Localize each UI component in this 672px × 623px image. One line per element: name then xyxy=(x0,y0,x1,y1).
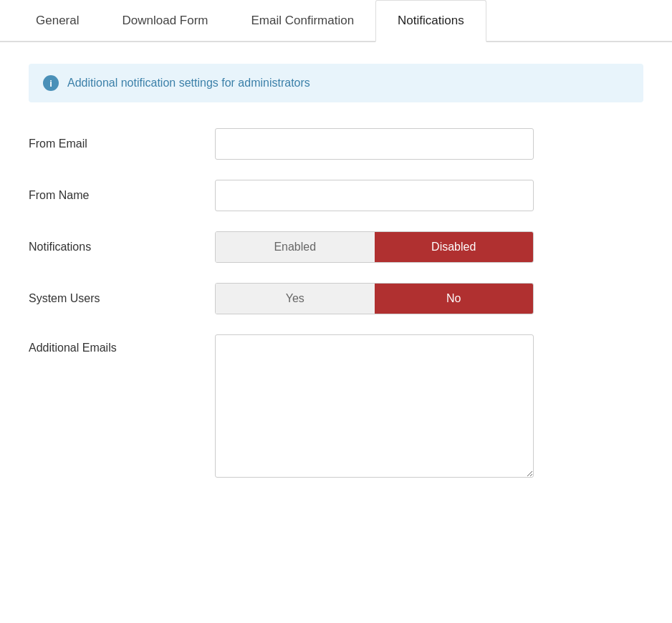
system-users-row: System Users Yes No xyxy=(29,283,643,314)
system-users-yes-button[interactable]: Yes xyxy=(216,284,375,314)
system-users-label: System Users xyxy=(29,292,215,305)
additional-emails-input[interactable] xyxy=(215,334,534,478)
from-name-label: From Name xyxy=(29,189,215,202)
from-name-row: From Name xyxy=(29,180,643,211)
info-banner-text: Additional notification settings for adm… xyxy=(67,77,310,90)
notifications-label: Notifications xyxy=(29,241,215,253)
info-icon: i xyxy=(43,75,59,91)
system-users-no-button[interactable]: No xyxy=(375,284,534,314)
from-email-label: From Email xyxy=(29,137,215,150)
tab-general[interactable]: General xyxy=(14,0,100,42)
tab-bar: General Download Form Email Confirmation… xyxy=(0,0,672,42)
tab-notifications[interactable]: Notifications xyxy=(375,0,486,42)
tab-email-confirmation[interactable]: Email Confirmation xyxy=(229,0,375,42)
notifications-toggle: Enabled Disabled xyxy=(215,231,534,263)
additional-emails-label: Additional Emails xyxy=(29,334,215,354)
notifications-row: Notifications Enabled Disabled xyxy=(29,231,643,263)
main-content: i Additional notification settings for a… xyxy=(0,42,672,519)
from-name-input[interactable] xyxy=(215,180,534,211)
notifications-disabled-button[interactable]: Disabled xyxy=(375,232,534,262)
from-email-input[interactable] xyxy=(215,128,534,160)
system-users-toggle: Yes No xyxy=(215,283,534,314)
notifications-enabled-button[interactable]: Enabled xyxy=(216,232,375,262)
additional-emails-row: Additional Emails xyxy=(29,334,643,478)
tab-download-form[interactable]: Download Form xyxy=(100,0,229,42)
info-banner: i Additional notification settings for a… xyxy=(29,64,643,102)
from-email-row: From Email xyxy=(29,128,643,160)
